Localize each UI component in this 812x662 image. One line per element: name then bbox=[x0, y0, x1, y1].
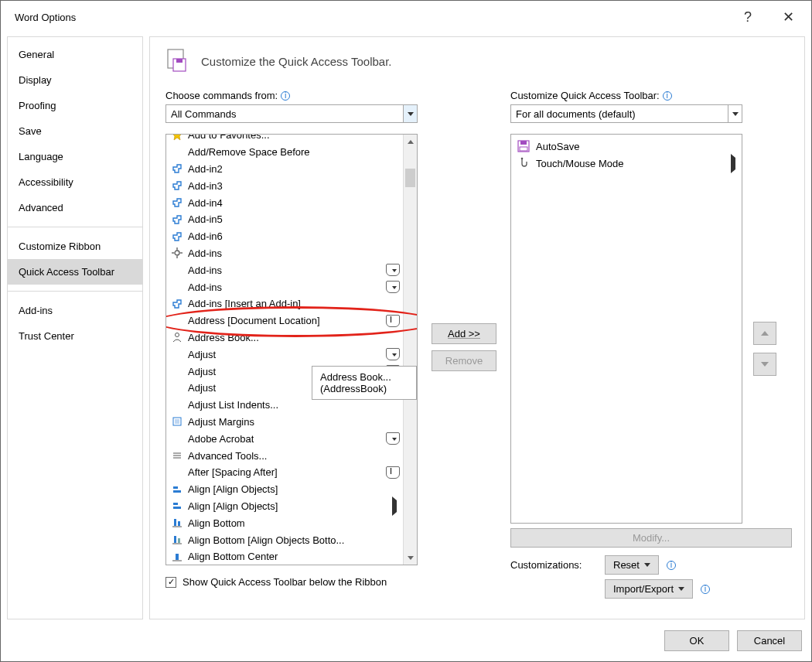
sidebar-item-save[interactable]: Save bbox=[8, 118, 142, 144]
addin-icon bbox=[169, 163, 185, 174]
list-item[interactable]: Add-in2 bbox=[166, 161, 403, 178]
addin-icon bbox=[169, 231, 185, 242]
svg-rect-2 bbox=[176, 59, 183, 63]
scroll-thumb[interactable] bbox=[405, 169, 415, 187]
list-item[interactable]: Add-ins bbox=[166, 245, 403, 262]
addin-icon bbox=[169, 197, 185, 208]
quick-access-header-icon bbox=[165, 48, 192, 74]
list-item[interactable]: After [Spacing After] bbox=[166, 464, 403, 481]
list-item-label: Align Bottom [Align Objects Botto... bbox=[188, 534, 344, 546]
move-down-button[interactable] bbox=[753, 353, 776, 376]
choose-commands-combo[interactable]: All Commands bbox=[165, 104, 418, 123]
addin-icon bbox=[169, 299, 185, 309]
dropdown-indicator-icon bbox=[386, 281, 400, 293]
list-item[interactable]: Add to Favorites... bbox=[166, 135, 403, 144]
dropdown-indicator-icon bbox=[386, 348, 400, 360]
list-item[interactable]: Add-in5 bbox=[166, 211, 403, 228]
list-item[interactable]: Add-ins [Insert an Add-in] bbox=[166, 295, 403, 312]
gear-icon bbox=[169, 247, 185, 258]
remove-button[interactable]: Remove bbox=[432, 350, 496, 371]
sidebar-item-proofing[interactable]: Proofing bbox=[8, 93, 142, 118]
close-icon[interactable]: ✕ bbox=[783, 9, 794, 26]
list-item[interactable]: Add-in3 bbox=[166, 177, 403, 194]
list-item[interactable]: Adobe Acrobat bbox=[166, 430, 403, 447]
dropdown-indicator-icon bbox=[386, 264, 400, 276]
sidebar-item-language[interactable]: Language bbox=[8, 144, 142, 169]
svg-rect-11 bbox=[175, 419, 179, 424]
svg-rect-22 bbox=[174, 536, 176, 543]
window-title: Word Options bbox=[9, 12, 744, 23]
list-item[interactable]: Adjust bbox=[166, 346, 403, 363]
list-item[interactable]: Align Bottom Center bbox=[166, 548, 403, 565]
list-item[interactable]: AutoSave bbox=[513, 138, 740, 155]
list-item-label: Add-ins bbox=[188, 282, 222, 293]
list-item[interactable]: Align [Align Objects] bbox=[166, 498, 403, 515]
list-item[interactable]: Align Bottom [Align Objects Botto... bbox=[166, 531, 403, 548]
scrollbar[interactable] bbox=[403, 135, 417, 565]
list-item[interactable]: Add-in6 bbox=[166, 228, 403, 245]
qat-commands-list[interactable]: AutoSaveTouch/Mouse Mode bbox=[510, 134, 742, 524]
show-qat-below-ribbon-checkbox[interactable]: ✓ Show Quick Access Toolbar below the Ri… bbox=[165, 576, 418, 588]
list-item-label: Add-ins bbox=[188, 264, 222, 276]
list-item[interactable]: Add/Remove Space Before bbox=[166, 144, 403, 161]
sidebar-item-display[interactable]: Display bbox=[8, 67, 142, 93]
list-item[interactable]: Add-ins bbox=[166, 261, 403, 278]
list-item-label: Adobe Acrobat bbox=[188, 433, 254, 445]
sidebar-item-accessibility[interactable]: Accessibility bbox=[8, 169, 142, 195]
sidebar-item-advanced[interactable]: Advanced bbox=[8, 195, 142, 220]
list-item[interactable]: Advanced Tools... bbox=[166, 447, 403, 464]
list-item-label: Add-in2 bbox=[188, 163, 223, 175]
list-item-label: Align Bottom Center bbox=[188, 551, 278, 562]
sidebar-item-trust-center[interactable]: Trust Center bbox=[8, 323, 142, 349]
available-commands-list[interactable]: Address Book... (AddressBook) Add to Fav… bbox=[165, 134, 418, 565]
list-item[interactable]: Touch/Mouse Mode bbox=[513, 155, 740, 172]
svg-point-9 bbox=[176, 333, 179, 337]
customize-qat-combo[interactable]: For all documents (default) bbox=[510, 104, 742, 123]
list-item[interactable]: Address Book... bbox=[166, 329, 403, 346]
list-item-label: Add-in3 bbox=[188, 180, 223, 192]
cancel-button[interactable]: Cancel bbox=[737, 630, 802, 651]
titlebar: Word Options ? ✕ bbox=[1, 1, 811, 33]
list-item-label: Adjust bbox=[188, 366, 216, 377]
list-item-label: Add/Remove Space Before bbox=[188, 146, 310, 158]
modify-button[interactable]: Modify... bbox=[510, 528, 792, 548]
add-button[interactable]: Add >> bbox=[432, 323, 496, 344]
tools-icon bbox=[169, 450, 185, 461]
list-item-label: Add-in6 bbox=[188, 230, 223, 242]
customize-qat-value: For all documents (default) bbox=[516, 108, 636, 120]
list-item-label: Advanced Tools... bbox=[188, 450, 267, 462]
addin-icon bbox=[169, 214, 185, 225]
touch-icon bbox=[516, 157, 531, 169]
svg-rect-17 bbox=[173, 503, 178, 505]
align-icon bbox=[169, 484, 185, 495]
chevron-down-icon bbox=[403, 105, 417, 122]
sidebar-item-general[interactable]: General bbox=[8, 42, 142, 67]
import-export-button[interactable]: Import/Export bbox=[605, 579, 693, 599]
list-item-label: After [Spacing After] bbox=[188, 466, 278, 478]
submenu-arrow-icon bbox=[731, 158, 735, 169]
edit-indicator-icon bbox=[386, 315, 400, 327]
sidebar-item-add-ins[interactable]: Add-ins bbox=[8, 298, 142, 323]
sidebar-item-customize-ribbon[interactable]: Customize Ribbon bbox=[8, 234, 142, 259]
info-icon[interactable]: i bbox=[701, 585, 710, 594]
info-icon[interactable]: i bbox=[663, 91, 672, 101]
sidebar-item-quick-access-toolbar[interactable]: Quick Access Toolbar bbox=[8, 259, 142, 285]
list-item[interactable]: Align Bottom bbox=[166, 514, 403, 531]
page-title: Customize the Quick Access Toolbar. bbox=[201, 55, 392, 68]
scroll-up-icon[interactable] bbox=[404, 135, 417, 148]
scroll-down-icon[interactable] bbox=[404, 551, 417, 565]
list-item[interactable]: Add-ins bbox=[166, 278, 403, 295]
info-icon[interactable]: i bbox=[281, 91, 290, 101]
info-icon[interactable]: i bbox=[667, 561, 676, 570]
list-item[interactable]: Add-in4 bbox=[166, 194, 403, 211]
list-item[interactable]: Address [Document Location] bbox=[166, 312, 403, 329]
customize-qat-label: Customize Quick Access Toolbar: bbox=[510, 90, 660, 101]
help-icon[interactable]: ? bbox=[744, 9, 752, 26]
list-item-label: Adjust bbox=[188, 382, 216, 394]
list-item[interactable]: Align [Align Objects] bbox=[166, 481, 403, 498]
ok-button[interactable]: OK bbox=[664, 630, 729, 651]
move-up-button[interactable] bbox=[753, 322, 776, 345]
list-item[interactable]: Adjust Margins bbox=[166, 414, 403, 431]
reset-button[interactable]: Reset bbox=[605, 555, 659, 575]
svg-rect-19 bbox=[174, 519, 176, 526]
